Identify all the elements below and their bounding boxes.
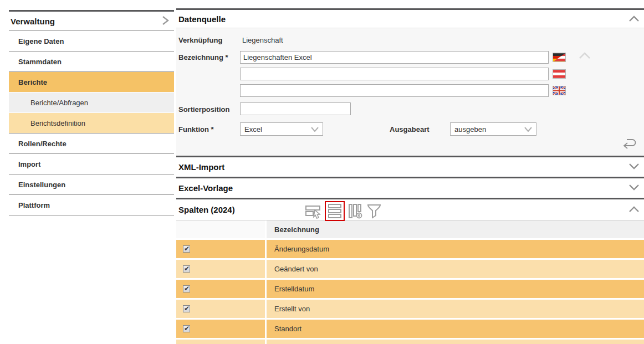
flag-at-icon[interactable]	[553, 69, 566, 79]
section-xml-import: XML-Import	[176, 156, 644, 177]
flag-gb-icon[interactable]	[553, 86, 566, 95]
row-checkbox[interactable]	[183, 245, 190, 253]
row-label: Erstellt von	[267, 300, 644, 318]
app-window: Verwaltung Eigene Daten Stammdaten Beric…	[0, 0, 644, 344]
ausgabeart-select[interactable]: ausgeben	[450, 122, 536, 136]
row-checkbox[interactable]	[183, 265, 190, 273]
row-checkbox[interactable]	[183, 325, 190, 332]
sortierposition-input[interactable]	[240, 102, 351, 115]
excel-vorlage-header[interactable]: Excel-Vorlage	[176, 178, 644, 198]
datenquelle-body: Verknüpfung Liegenschaft Bezeichnung *	[176, 28, 644, 156]
section-spalten: Spalten (2024)	[176, 198, 644, 220]
ausgabeart-label: Ausgabeart	[390, 122, 430, 136]
table-header-row: Bezeichnung	[176, 220, 644, 238]
verknuepfung-value: Liegenschaft	[242, 33, 283, 47]
sidebar-item-berichtsdefinition[interactable]: Berichtsdefinition	[9, 112, 174, 133]
chevron-down-icon	[524, 125, 532, 134]
bezeichnung-input-en[interactable]	[240, 84, 549, 97]
bezeichnung-label: Bezeichnung *	[178, 50, 228, 64]
sidebar-item-einstellungen[interactable]: Einstellungen	[9, 174, 174, 194]
table-row[interactable]: Geändert von	[176, 260, 644, 278]
spalten-header[interactable]: Spalten (2024)	[176, 199, 644, 220]
columns-settings-icon[interactable]	[348, 203, 363, 219]
sidebar-item-plattform[interactable]: Plattform	[9, 194, 174, 215]
datenquelle-header[interactable]: Datenquelle	[176, 10, 644, 28]
table-row-partial[interactable]	[176, 340, 644, 344]
main-panel: Datenquelle Verknüpfung Liegenschaft Bez…	[176, 8, 644, 344]
bezeichnung-column-header: Bezeichnung	[267, 220, 644, 238]
select-rows-icon[interactable]	[305, 203, 321, 219]
excel-vorlage-title: Excel-Vorlage	[178, 183, 233, 193]
row-checkbox[interactable]	[183, 285, 190, 292]
sidebar-item-import[interactable]: Import	[9, 153, 174, 174]
sidebar: Verwaltung Eigene Daten Stammdaten Beric…	[9, 10, 174, 215]
sidebar-item-stammdaten[interactable]: Stammdaten	[9, 51, 174, 71]
funktion-select[interactable]: Excel	[240, 122, 323, 136]
bezeichnung-input-at[interactable]	[240, 68, 549, 80]
spalten-title: Spalten (2024)	[178, 205, 235, 214]
row-checkbox[interactable]	[183, 305, 190, 312]
checkbox-column-header	[176, 220, 265, 238]
rows-list-icon[interactable]	[328, 203, 342, 219]
section-datenquelle: Datenquelle Verknüpfung Liegenschaft Bez…	[176, 8, 644, 156]
xml-import-header[interactable]: XML-Import	[176, 157, 644, 177]
spalten-toolbar	[305, 201, 385, 221]
sidebar-header[interactable]: Verwaltung	[9, 12, 174, 30]
sidebar-item-rollen-rechte[interactable]: Rollen/Rechte	[9, 133, 174, 153]
collapse-chevron-up-icon[interactable]	[628, 14, 640, 24]
funktion-label: Funktion *	[178, 122, 214, 136]
table-row[interactable]: Erstelldatum	[176, 280, 644, 298]
collapse-chevron-down-icon[interactable]	[628, 183, 640, 193]
verknuepfung-label: Verknüpfung	[178, 33, 222, 47]
collapse-chevron-down-icon[interactable]	[628, 162, 640, 172]
xml-import-title: XML-Import	[178, 162, 224, 172]
collapse-chevron-disabled-icon	[579, 52, 591, 61]
sidebar-title: Verwaltung	[11, 17, 55, 26]
row-label: Erstelldatum	[267, 280, 644, 298]
chevron-down-icon	[311, 125, 319, 134]
row-label: Geändert von	[267, 260, 644, 278]
chevron-right-icon[interactable]	[161, 16, 170, 27]
table-row[interactable]: Standort	[176, 320, 644, 338]
sidebar-item-berichte[interactable]: Berichte	[9, 71, 174, 92]
sidebar-item-berichte-abfragen[interactable]: Berichte/Abfragen	[9, 92, 174, 112]
collapse-chevron-up-icon[interactable]	[628, 205, 640, 214]
sidebar-item-eigene-daten[interactable]: Eigene Daten	[9, 30, 174, 51]
flag-de-at-icon[interactable]	[553, 53, 566, 62]
filter-funnel-icon[interactable]	[366, 203, 382, 219]
undo-icon[interactable]	[621, 137, 637, 152]
spalten-table: Bezeichnung Änderungsdatum Geändert von …	[176, 220, 644, 344]
section-excel-vorlage: Excel-Vorlage	[176, 177, 644, 198]
table-row[interactable]: Änderungsdatum	[176, 240, 644, 258]
row-label: Standort	[267, 320, 644, 338]
active-tool-highlight	[325, 201, 345, 221]
datenquelle-title: Datenquelle	[178, 14, 226, 24]
bezeichnung-input-de[interactable]	[240, 51, 549, 64]
table-row[interactable]: Erstellt von	[176, 300, 644, 318]
row-label: Änderungsdatum	[267, 240, 644, 258]
sortierposition-label: Sortierposition	[178, 102, 229, 116]
